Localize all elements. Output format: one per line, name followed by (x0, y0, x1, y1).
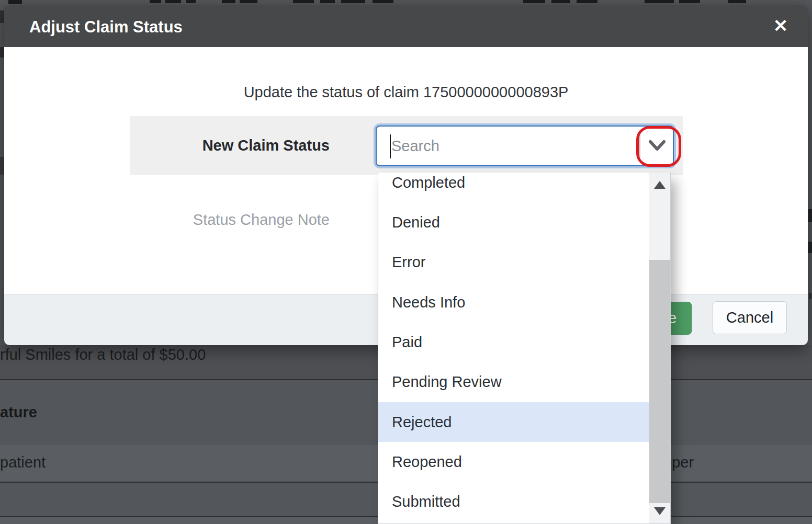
scroll-up-icon[interactable] (654, 181, 666, 189)
background-table-header: ature (0, 404, 37, 421)
cancel-button[interactable]: Cancel (713, 301, 787, 334)
dropdown-option-highlighted[interactable]: Rejected (378, 402, 650, 442)
status-search-input[interactable] (391, 128, 637, 164)
dropdown-option[interactable]: Pending Review (378, 362, 650, 402)
dropdown-toggle-button[interactable] (641, 127, 673, 165)
dropdown-option[interactable]: Completed (378, 173, 650, 202)
dialog-title: Adjust Claim Status (29, 18, 183, 37)
dropdown-option[interactable]: Error (378, 243, 650, 282)
dropdown-option[interactable]: Reopened (378, 442, 650, 482)
background-cell-patient: patient (0, 454, 46, 471)
dropdown-option[interactable]: Paid (378, 322, 650, 362)
chevron-down-icon (648, 140, 667, 152)
dialog-header: Adjust Claim Status ✕ (4, 5, 808, 47)
scroll-down-icon[interactable] (654, 507, 666, 515)
dropdown-scrollbar (649, 173, 670, 524)
scrollbar-thumb[interactable] (649, 260, 670, 503)
background-top-strip (0, 0, 812, 5)
background-total-text: rful Smiles for a total of $50.00 (0, 346, 206, 363)
status-change-note-label: Status Change Note (130, 204, 330, 235)
close-icon[interactable]: ✕ (769, 14, 792, 38)
dropdown-option[interactable]: Needs Info (378, 282, 650, 322)
text-caret (390, 134, 391, 158)
new-claim-status-label: New Claim Status (130, 116, 330, 175)
dialog-message: Update the status of claim 1750000000000… (4, 84, 808, 101)
dropdown-option[interactable]: Denied (378, 202, 650, 242)
dropdown-option[interactable]: Submitted (378, 482, 650, 522)
status-dropdown-list: Completed Denied Error Needs Info Paid P… (378, 173, 671, 524)
dropdown-options: Completed Denied Error Needs Info Paid P… (378, 173, 650, 522)
status-combobox (376, 126, 674, 166)
combobox-separator (639, 135, 640, 158)
